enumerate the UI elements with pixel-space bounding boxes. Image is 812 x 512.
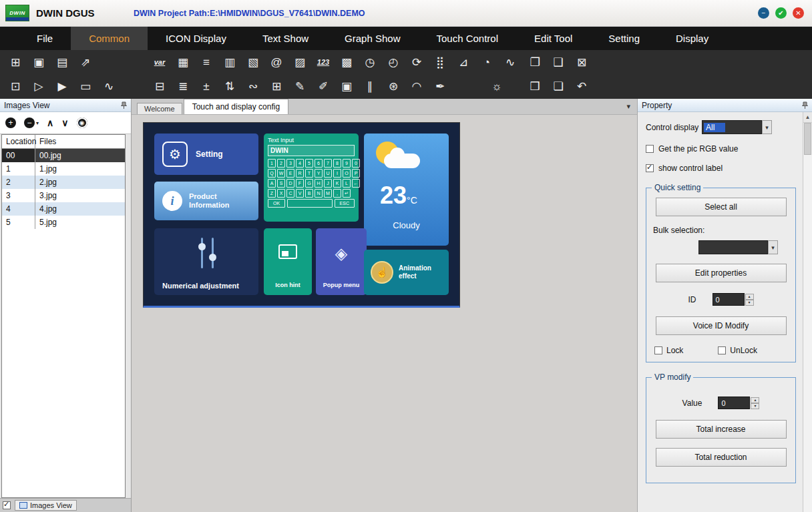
key-1[interactable]: 1: [268, 159, 276, 168]
time-display-icon[interactable]: ◴: [386, 57, 401, 68]
key-0[interactable]: 0: [352, 159, 360, 168]
tab-touch-and-display-config[interactable]: Touch and display config: [184, 99, 288, 114]
scrollbar-thumb[interactable]: [804, 123, 811, 155]
value-up-icon[interactable]: ▴: [751, 397, 759, 403]
table-row[interactable]: 33.jpg: [2, 189, 125, 202]
key-E[interactable]: E: [286, 169, 294, 178]
popup-menu-tile[interactable]: ◈ Popup menu: [316, 228, 367, 295]
pin-icon[interactable]: [120, 101, 128, 109]
property-scrollbar[interactable]: ▲: [803, 112, 812, 512]
icon-hint-tile[interactable]: Icon hint: [264, 228, 312, 295]
key-I[interactable]: I: [333, 169, 341, 178]
voice-id-modify-button[interactable]: Voice ID Modify: [656, 316, 787, 335]
picture-display-icon[interactable]: ▧: [246, 57, 260, 68]
date-display-icon[interactable]: ▨: [292, 57, 307, 68]
locate-image-icon[interactable]: ◉: [77, 117, 87, 128]
drag-adjust-icon[interactable]: ∾: [246, 81, 260, 92]
table-row[interactable]: 0000.jpg: [2, 149, 125, 162]
brush-icon[interactable]: ✒: [433, 81, 447, 92]
get-rgb-checkbox[interactable]: [646, 145, 654, 153]
number-display-icon[interactable]: 123: [316, 59, 331, 66]
pin-icon[interactable]: [801, 101, 809, 109]
add-image-icon[interactable]: +: [5, 117, 16, 128]
esc-key[interactable]: ESC: [335, 199, 355, 208]
duplicate-icon[interactable]: ❒: [528, 81, 542, 92]
key-8[interactable]: 8: [333, 159, 341, 168]
text-input-tile[interactable]: Text Input DWIN 1234567890QWERTYUIOPASDF…: [264, 134, 359, 222]
bulk-selection-select[interactable]: [698, 240, 768, 254]
menu-setting[interactable]: Setting: [590, 27, 658, 50]
key-V[interactable]: V: [296, 189, 304, 198]
save-icon[interactable]: ▣: [31, 57, 46, 68]
dial-display-icon[interactable]: ◔: [479, 57, 494, 68]
menu-common[interactable]: Common: [71, 27, 148, 50]
icon-variable-icon[interactable]: ▦: [176, 57, 190, 68]
dock-checkbox[interactable]: [3, 501, 11, 509]
control-display-dropdown-icon[interactable]: ▾: [762, 120, 772, 134]
numerical-adjustment-tile[interactable]: Numerical adjustment: [154, 228, 258, 295]
curve-display-icon[interactable]: ∿: [503, 57, 518, 68]
chart-display-icon[interactable]: ⊿: [456, 57, 471, 68]
key-M[interactable]: M: [324, 189, 332, 198]
control-display-select[interactable]: All: [702, 120, 762, 134]
hmi-preview-image[interactable]: ⚙ Setting i Product Information Text Inp…: [143, 122, 460, 308]
key-7[interactable]: 7: [324, 159, 332, 168]
id-up-icon[interactable]: ▴: [745, 294, 754, 300]
menu-touch-control[interactable]: Touch Control: [418, 27, 516, 50]
key-O[interactable]: O: [343, 169, 351, 178]
value-input[interactable]: 0: [718, 397, 750, 409]
animation-effect-tile[interactable]: ☝ Animation effect: [364, 250, 449, 295]
product-information-tile[interactable]: i Product Information: [154, 182, 258, 220]
slider-adjust-icon[interactable]: ⇅: [222, 81, 237, 92]
wave-icon[interactable]: ∿: [102, 81, 116, 92]
edit-properties-button[interactable]: Edit properties: [656, 264, 787, 282]
key-G[interactable]: G: [305, 179, 313, 188]
key-3[interactable]: 3: [286, 159, 294, 168]
table-row[interactable]: 22.jpg: [2, 176, 125, 189]
handwriting-icon[interactable]: ✐: [316, 81, 331, 92]
menu-list-icon[interactable]: ≣: [176, 81, 190, 92]
scroll-up-icon[interactable]: ▲: [803, 112, 812, 123]
table-display-icon[interactable]: ⊞: [269, 81, 284, 92]
setting-tile[interactable]: ⚙ Setting: [154, 134, 258, 175]
new-file-icon[interactable]: ⊞: [8, 57, 23, 68]
key-Y[interactable]: Y: [315, 169, 323, 178]
unlock-checkbox[interactable]: [718, 346, 726, 354]
key-U[interactable]: U: [324, 169, 332, 178]
find-icon[interactable]: ⊡: [8, 81, 23, 92]
ok-key[interactable]: OK: [268, 199, 285, 208]
key-D[interactable]: D: [286, 179, 294, 188]
art-font-icon[interactable]: @: [269, 57, 284, 68]
key-B[interactable]: B: [305, 189, 313, 198]
key-2[interactable]: 2: [277, 159, 285, 168]
weather-tile[interactable]: 23°C Cloudy: [364, 134, 449, 246]
text-display-icon[interactable]: ▩: [339, 57, 354, 68]
var-icon[interactable]: var: [152, 59, 167, 66]
gear-icon[interactable]: ☼: [489, 81, 504, 92]
key-K[interactable]: K: [333, 179, 341, 188]
key-9[interactable]: 9: [343, 159, 351, 168]
tab-list-dropdown-icon[interactable]: ▾: [626, 102, 630, 111]
total-reduction-button[interactable]: Total reduction: [656, 448, 787, 467]
bulk-selection-dropdown-icon[interactable]: ▾: [768, 240, 778, 254]
key-X[interactable]: X: [277, 189, 285, 198]
pencil-icon[interactable]: ✎: [292, 81, 307, 92]
clock-display-icon[interactable]: ◷: [363, 57, 377, 68]
key-,[interactable]: ,: [333, 189, 341, 198]
screen-icon[interactable]: ▭: [78, 81, 93, 92]
key-Z[interactable]: Z: [268, 189, 276, 198]
paste-icon[interactable]: ❑: [551, 57, 566, 68]
key-N[interactable]: N: [315, 189, 323, 198]
key-L[interactable]: L: [343, 179, 351, 188]
key-H[interactable]: H: [315, 179, 323, 188]
touch-area-icon[interactable]: ⊛: [386, 81, 401, 92]
key-J[interactable]: J: [324, 179, 332, 188]
image-animation-icon[interactable]: ▣: [339, 81, 354, 92]
menu-graph-show[interactable]: Graph Show: [327, 27, 418, 50]
move-up-icon[interactable]: ∧: [47, 117, 53, 128]
key-A[interactable]: A: [268, 179, 276, 188]
print-icon[interactable]: ▤: [55, 57, 69, 68]
images-view-dock-tab[interactable]: Images View: [15, 500, 77, 511]
lock-checkbox[interactable]: [654, 346, 662, 354]
table-row[interactable]: 44.jpg: [2, 202, 125, 216]
